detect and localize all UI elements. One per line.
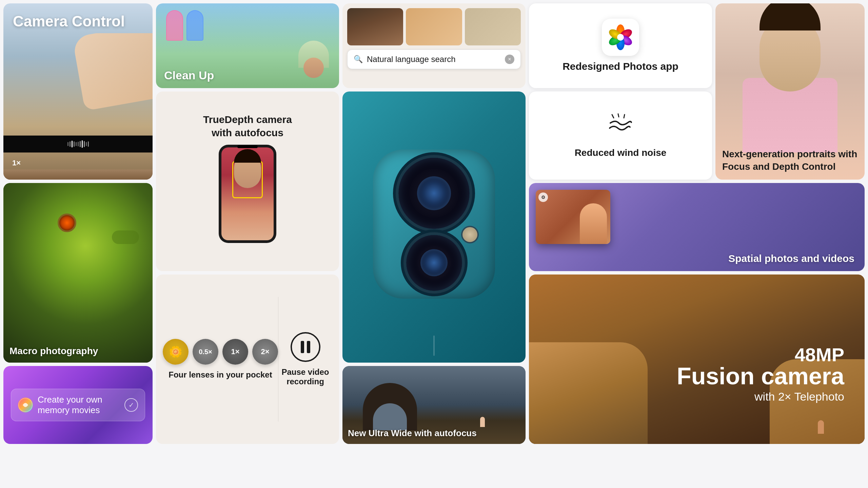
svg-line-7: [612, 115, 614, 118]
camera-control-tile: Camera Control: [3, 3, 153, 180]
macro-tile: Macro photography: [3, 183, 153, 363]
memory-text: Create your own memory movies: [38, 394, 120, 415]
memory-tile: Create your own memory movies ✓: [3, 366, 153, 444]
four-lenses-section: 🌼 0.5× 1× 2× Four lenses in your pocket: [163, 339, 278, 380]
search-icon: 🔍: [354, 55, 363, 64]
portraits-label: Next-generation portraits with Focus and…: [722, 148, 858, 173]
2x-lens-btn[interactable]: 2×: [252, 339, 278, 365]
cleanup-tile: Clean Up: [156, 3, 339, 88]
nls-search-bar[interactable]: 🔍 Natural language search ×: [347, 49, 521, 69]
four-lenses-pause-tile: 🌼 0.5× 1× 2× Four lenses in your pocket: [156, 274, 339, 444]
fusion-sub-label: with 2× Telephoto: [677, 390, 844, 403]
memory-input-bar[interactable]: Create your own memory movies ✓: [11, 389, 145, 421]
lens-module: [373, 149, 495, 299]
nls-search-text: Natural language search: [367, 55, 501, 64]
nls-clear-btn[interactable]: ×: [505, 55, 514, 64]
ultrawide-label: New Ultra Wide with autofocus: [348, 428, 477, 439]
truedepth-title: TrueDepth camera with autofocus: [203, 100, 292, 139]
truedepth-tile: TrueDepth camera with autofocus: [156, 92, 339, 271]
nls-tile: 🔍 Natural language search ×: [342, 3, 526, 88]
main-lens: [398, 158, 470, 229]
1x-lens-btn[interactable]: 1×: [222, 339, 248, 365]
fusion-top-label: 48MP: [677, 345, 844, 364]
memory-confirm-btn[interactable]: ✓: [124, 398, 138, 412]
photos-app-icon: [602, 19, 639, 56]
flash: [462, 227, 477, 242]
wind-noise-title: Reduced wind noise: [575, 147, 667, 158]
svg-line-8: [618, 114, 619, 117]
portraits-tile: Next-generation portraits with Focus and…: [715, 3, 865, 180]
secondary-lens: [406, 235, 462, 291]
wind-icon: [607, 113, 634, 143]
pause-section: Pause video recording: [278, 332, 332, 386]
four-lenses-label: Four lenses in your pocket: [169, 370, 272, 380]
spatial-tile: ⚙ Spatial photos and videos: [529, 183, 865, 271]
macro-lens-btn[interactable]: 🌼: [163, 339, 189, 365]
fusion-main-label: Fusion camera: [677, 364, 844, 388]
truedepth-phone: [219, 145, 276, 243]
pause-label: Pause video recording: [278, 367, 332, 386]
wind-noise-tile: Reduced wind noise: [529, 92, 712, 180]
cleanup-label: Clean Up: [156, 63, 222, 88]
fusion-tile: 48MP Fusion camera with 2× Telephoto: [529, 274, 865, 444]
memory-icon: [18, 398, 33, 412]
svg-point-6: [617, 34, 624, 41]
ultrawide-tile: New Ultra Wide with autofocus: [342, 366, 526, 444]
zoom-label: 1×: [12, 159, 21, 167]
svg-line-9: [624, 115, 625, 118]
macro-label: Macro photography: [9, 346, 98, 357]
spatial-label: Spatial photos and videos: [728, 253, 854, 264]
05x-lens-btn[interactable]: 0.5×: [193, 339, 218, 365]
camera-control-title: Camera Control: [13, 13, 143, 30]
pause-button[interactable]: [291, 332, 320, 362]
center-phone-tile: [342, 92, 526, 363]
lens-buttons-row: 🌼 0.5× 1× 2×: [163, 339, 278, 365]
photos-app-title: Redesigned Photos app: [563, 60, 678, 73]
photos-app-tile: Redesigned Photos app: [529, 3, 712, 88]
